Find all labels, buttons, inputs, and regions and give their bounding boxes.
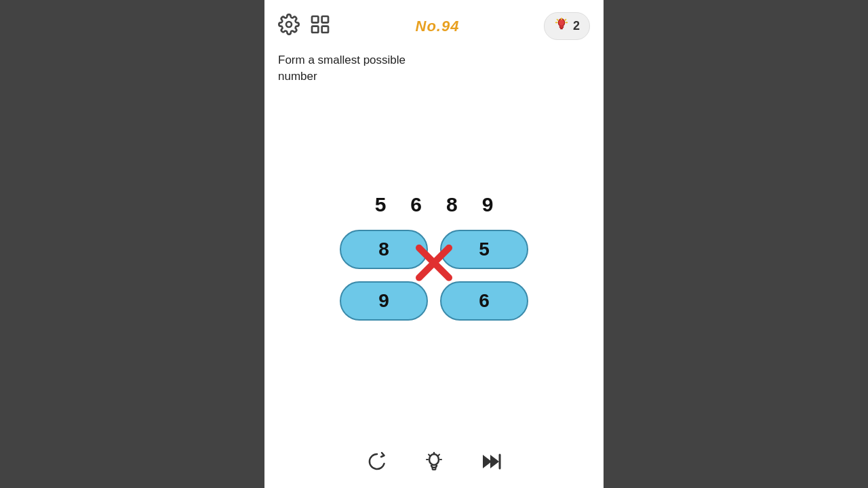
tile-8[interactable]: 8 <box>340 230 428 269</box>
svg-line-9 <box>565 20 566 20</box>
svg-rect-15 <box>433 468 436 470</box>
bottom-toolbar <box>264 450 604 473</box>
header: No.94 2 <box>264 0 604 47</box>
hint-num-6: 6 <box>410 193 422 216</box>
hint-num-8: 8 <box>446 193 458 216</box>
tile-6[interactable]: 6 <box>440 281 528 321</box>
svg-marker-22 <box>490 455 499 468</box>
tile-5[interactable]: 5 <box>440 230 528 269</box>
svg-rect-2 <box>322 16 328 22</box>
tiles-grid: 8 5 9 6 <box>340 230 528 321</box>
svg-rect-1 <box>312 16 318 22</box>
svg-line-17 <box>429 455 430 456</box>
hint-bulb-icon <box>554 17 569 35</box>
svg-line-8 <box>557 20 558 20</box>
hint-num-5: 5 <box>375 193 387 216</box>
header-left <box>278 14 331 39</box>
hint-badge[interactable]: 2 <box>544 12 590 40</box>
reset-button[interactable] <box>366 450 389 473</box>
svg-rect-4 <box>322 26 328 32</box>
level-label: No.94 <box>416 18 460 35</box>
right-side-panel <box>604 0 868 488</box>
svg-point-14 <box>429 454 439 465</box>
hint-num-9: 9 <box>482 193 494 216</box>
svg-point-0 <box>286 22 292 27</box>
svg-rect-6 <box>560 28 563 30</box>
tile-9[interactable]: 9 <box>340 281 428 321</box>
hint-button[interactable] <box>422 450 446 473</box>
hint-count: 2 <box>573 19 580 33</box>
skip-button[interactable] <box>479 450 502 473</box>
svg-line-18 <box>439 455 440 456</box>
number-hints-row: 5 6 8 9 <box>375 193 494 216</box>
svg-rect-3 <box>312 26 318 32</box>
settings-icon[interactable] <box>278 14 300 39</box>
apps-icon[interactable] <box>309 14 331 39</box>
instruction-text: Form a smallest possible number <box>264 47 604 85</box>
main-panel: No.94 2 Form a smallest possible number <box>264 0 604 488</box>
left-side-panel <box>0 0 264 488</box>
